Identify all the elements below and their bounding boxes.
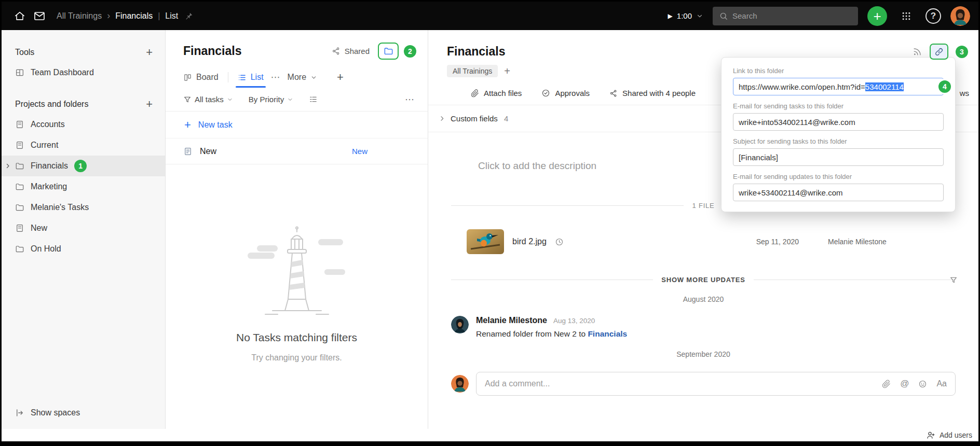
emoji-icon[interactable] xyxy=(918,380,927,388)
sidebar-item-label: Marketing xyxy=(31,182,67,191)
show-spaces-button[interactable]: Show spaces xyxy=(2,408,165,429)
lighthouse-illustration xyxy=(242,212,351,318)
activity-author[interactable]: Melanie Milestone xyxy=(476,316,547,325)
help-button[interactable]: ? xyxy=(925,8,941,24)
subject-label: Subject for sending tasks to this folder xyxy=(733,137,944,145)
file-thumbnail[interactable] xyxy=(467,229,504,254)
home-button[interactable] xyxy=(10,6,30,26)
add-view-button[interactable]: + xyxy=(337,72,344,83)
mention-icon[interactable]: @ xyxy=(900,379,909,389)
new-task-button[interactable]: + New task xyxy=(166,112,428,138)
email-updates-input[interactable] xyxy=(733,184,944,201)
shared-button[interactable]: Shared xyxy=(332,47,370,55)
subtasks-toggle-icon[interactable] xyxy=(309,95,318,104)
tab-board[interactable]: Board xyxy=(183,67,219,88)
month-label-august: August 2020 xyxy=(428,295,978,303)
task-status-badge[interactable]: New xyxy=(352,147,367,156)
add-tool-button[interactable]: + xyxy=(146,47,153,58)
share-icon xyxy=(609,89,618,97)
shared-with-button[interactable]: Shared with 4 people xyxy=(609,89,696,97)
tab-more[interactable]: More xyxy=(288,67,317,88)
user-avatar[interactable] xyxy=(950,6,970,26)
breadcrumb-root[interactable]: All Trainings xyxy=(57,11,102,21)
email-tasks-label: E-mail for sending tasks to this folder xyxy=(733,102,944,110)
comment-input-box[interactable]: @ Aa xyxy=(476,372,956,396)
parent-folder-tag[interactable]: All Trainings xyxy=(447,65,498,77)
sidebar-item-on-hold[interactable]: On Hold xyxy=(2,239,165,259)
sidebar-item-accounts[interactable]: Accounts xyxy=(2,114,165,135)
inbox-button[interactable] xyxy=(30,6,49,26)
hidden-tabs-button[interactable]: ⋯ xyxy=(270,72,281,83)
breadcrumb-view[interactable]: List xyxy=(165,11,178,21)
clock-icon[interactable] xyxy=(555,238,564,246)
chevron-right-icon xyxy=(439,115,445,122)
attach-icon[interactable] xyxy=(882,380,891,388)
sidebar-item-label: Current xyxy=(31,141,58,150)
folder-title: Financials xyxy=(447,45,505,59)
add-parent-button[interactable]: + xyxy=(504,66,510,76)
rss-icon[interactable] xyxy=(913,47,922,57)
permalink-button-highlighted[interactable] xyxy=(930,44,948,60)
chevron-down-icon xyxy=(287,96,293,103)
apps-grid-button[interactable] xyxy=(896,6,916,26)
email-tasks-input[interactable] xyxy=(733,113,944,131)
create-new-button[interactable]: + xyxy=(867,6,887,26)
tutorial-step-badge-4: 4 xyxy=(938,80,951,93)
sidebar-item-current[interactable]: Current xyxy=(2,135,165,156)
sidebar-item-marketing[interactable]: Marketing xyxy=(2,176,165,197)
plus-icon: + xyxy=(873,9,881,23)
text-format-icon[interactable]: Aa xyxy=(936,379,947,388)
folder-link-input[interactable]: https://www.wrike.com/open.htm?id=534002… xyxy=(733,78,944,95)
show-more-updates-label[interactable]: SHOW MORE UPDATES xyxy=(661,276,745,284)
stream-filter-icon[interactable] xyxy=(949,276,958,284)
attach-files-label: Attach files xyxy=(484,89,522,97)
sidebar: Tools + Team Dashboard Projects and fold… xyxy=(2,30,166,429)
tutorial-step-badge-2: 2 xyxy=(404,45,416,58)
folder-settings-button-highlighted[interactable] xyxy=(378,43,399,60)
breadcrumb: All Trainings › Financials | List xyxy=(57,10,194,21)
sidebar-item-financials[interactable]: Financials 1 xyxy=(2,156,165,176)
add-project-button[interactable]: + xyxy=(146,99,153,110)
search-input[interactable] xyxy=(732,11,852,20)
folder-header: Financials 3 xyxy=(428,30,978,60)
breadcrumb-current[interactable]: Financials xyxy=(115,11,153,21)
play-icon: ▶ xyxy=(668,12,673,20)
board-icon xyxy=(183,73,192,82)
sidebar-item-label: Accounts xyxy=(31,120,65,129)
tutorial-timer[interactable]: ▶ 1:00 xyxy=(668,11,703,20)
notebook-icon xyxy=(15,224,24,233)
show-more-updates-divider[interactable]: SHOW MORE UPDATES xyxy=(428,276,978,284)
dashboard-icon xyxy=(15,68,24,77)
search-box[interactable] xyxy=(713,7,858,25)
pin-icon[interactable] xyxy=(184,11,194,21)
topbar-right-cluster: ▶ 1:00 + ? xyxy=(668,6,970,26)
breadcrumb-pipe: | xyxy=(158,11,160,21)
sidebar-item-new[interactable]: New xyxy=(2,218,165,239)
sidebar-item-melanies-tasks[interactable]: Melanie's Tasks xyxy=(2,197,165,218)
all-tasks-filter[interactable]: All tasks xyxy=(183,95,233,104)
apps-grid-icon xyxy=(901,11,911,21)
link-url-selected: 534002114 xyxy=(865,82,904,91)
activity-folder-link[interactable]: Financials xyxy=(588,329,627,338)
file-author: Melanie Milestone xyxy=(828,238,906,246)
app-frame: All Trainings › Financials | List ▶ 1:00 xyxy=(2,2,978,441)
attach-files-button[interactable]: Attach files xyxy=(471,89,522,97)
shared-with-label: Shared with 4 people xyxy=(622,89,696,97)
tab-list[interactable]: List xyxy=(238,67,264,88)
sidebar-item-team-dashboard[interactable]: Team Dashboard xyxy=(2,62,165,83)
chevron-expand-icon[interactable] xyxy=(5,163,11,169)
top-bar: All Trainings › Financials | List ▶ 1:00 xyxy=(2,2,978,30)
sort-by-priority[interactable]: By Priority xyxy=(249,95,293,104)
add-users-button[interactable]: Add users xyxy=(940,431,972,439)
comment-input[interactable] xyxy=(485,379,873,388)
list-options-button[interactable]: ⋯ xyxy=(404,94,415,105)
tabs-divider xyxy=(228,72,228,82)
commenter-avatar[interactable] xyxy=(451,316,469,333)
file-row[interactable]: bird 2.jpg Sep 11, 2020 Melanie Mileston… xyxy=(428,229,978,254)
sidebar-item-label: Financials xyxy=(31,161,68,171)
task-row[interactable]: New New xyxy=(166,138,428,164)
approvals-button[interactable]: Approvals xyxy=(541,89,590,97)
subject-input[interactable] xyxy=(733,148,944,166)
paperclip-icon xyxy=(471,89,479,97)
file-name[interactable]: bird 2.jpg xyxy=(512,237,547,246)
